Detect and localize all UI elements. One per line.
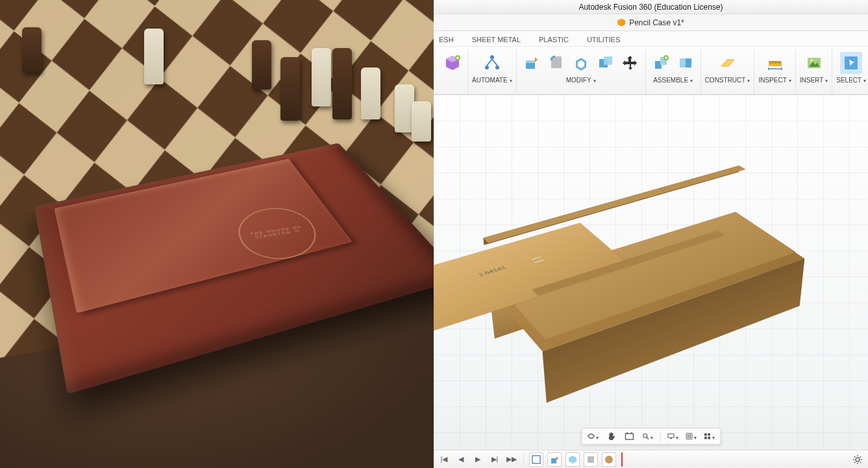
- viewports-icon: [703, 431, 711, 441]
- svg-marker-17: [721, 60, 734, 66]
- timeline-next-button[interactable]: ▶|: [488, 453, 501, 466]
- joint-button[interactable]: [650, 52, 672, 74]
- orbit-button[interactable]: [587, 430, 599, 442]
- display-settings-button[interactable]: [667, 430, 678, 442]
- timeline-play-button[interactable]: ▶: [471, 453, 484, 466]
- create-form-button[interactable]: [441, 52, 464, 74]
- timeline-feature-appearance[interactable]: [602, 452, 616, 467]
- svg-rect-26: [625, 434, 633, 439]
- measure-icon: [767, 55, 784, 71]
- ribbon-tab-mesh[interactable]: ESH: [439, 36, 454, 46]
- window-title: Autodesk Fusion 360 (Education License): [578, 3, 723, 12]
- toolgroup-automate-label[interactable]: AUTOMATE: [472, 77, 512, 84]
- timeline-feature[interactable]: [565, 452, 580, 467]
- caret-icon: [690, 77, 693, 84]
- plane-icon: [719, 55, 736, 71]
- feature-icon: [567, 454, 578, 465]
- timeline-feature-sketch[interactable]: [529, 452, 543, 467]
- timeline-end-button[interactable]: ▶▶: [505, 453, 518, 466]
- caret-icon: [595, 432, 599, 441]
- svg-rect-16: [686, 58, 691, 68]
- caret-icon: [747, 77, 750, 84]
- look-icon: [624, 431, 634, 441]
- image-icon: [806, 55, 823, 71]
- toolgroup-modify-label[interactable]: MODIFY: [566, 77, 596, 84]
- svg-point-27: [643, 434, 647, 437]
- toolgroup-automate: AUTOMATE: [468, 49, 517, 94]
- toolgroup-create-remnant: [438, 49, 468, 94]
- document-tab-strip[interactable]: Pencil Case v1*: [434, 14, 868, 31]
- timeline-feature-extrude[interactable]: [547, 452, 562, 467]
- toolgroup-construct-label[interactable]: CONSTRUCT: [705, 77, 750, 84]
- ribbon-tab-sheetmetal[interactable]: SHEET METAL: [472, 36, 521, 46]
- asbuilt-joint-icon: [677, 55, 694, 71]
- construct-plane-button[interactable]: [717, 52, 739, 74]
- joint-icon: [652, 55, 669, 71]
- fillet-button[interactable]: [545, 52, 567, 74]
- automate-button[interactable]: [481, 52, 503, 74]
- document-tab-label[interactable]: Pencil Case v1*: [629, 18, 684, 27]
- feature-icon: [586, 454, 596, 465]
- as-built-joint-button[interactable]: [675, 52, 697, 74]
- toolgroup-select-label[interactable]: SELECT: [836, 77, 866, 84]
- grid-icon: [685, 431, 693, 441]
- caret-icon: [510, 77, 512, 84]
- automate-label-text: AUTOMATE: [472, 77, 508, 84]
- model-canvas[interactable]: 1.64141: [434, 95, 868, 468]
- move-arrows-icon: [622, 55, 639, 71]
- ribbon-toolbar: AUTOMATE: [434, 47, 868, 95]
- model-rail[interactable]: [658, 166, 745, 193]
- measure-button[interactable]: [764, 52, 786, 74]
- svg-rect-34: [551, 458, 556, 463]
- assemble-label-text: ASSEMBLE: [653, 77, 688, 84]
- ribbon-tab-utilities[interactable]: UTILITIES: [587, 36, 620, 46]
- fusion-cube-icon: [617, 19, 625, 27]
- combine-button[interactable]: [595, 52, 617, 74]
- timeline-start-button[interactable]: |◀: [438, 453, 451, 466]
- combine-icon: [597, 55, 614, 71]
- svg-rect-30: [708, 434, 710, 436]
- select-label-text: SELECT: [836, 77, 862, 84]
- look-at-button[interactable]: [623, 430, 635, 442]
- inspect-label-text: INSPECT: [758, 77, 786, 84]
- shell-button[interactable]: [570, 52, 592, 74]
- grid-settings-button[interactable]: [685, 430, 697, 442]
- timeline-marker[interactable]: [621, 452, 623, 467]
- pan-button[interactable]: [605, 430, 617, 442]
- toolgroup-insert: INSERT: [796, 49, 833, 94]
- ribbon-tab-plastic[interactable]: PLASTIC: [539, 36, 569, 46]
- chess-piece: [144, 29, 164, 84]
- svg-point-3: [490, 55, 494, 59]
- viewports-button[interactable]: [703, 430, 715, 442]
- svg-rect-36: [588, 456, 594, 463]
- appearance-icon: [604, 454, 614, 465]
- model-3d[interactable]: 1.64141: [489, 213, 804, 351]
- svg-rect-31: [704, 437, 707, 439]
- caret-icon: [711, 432, 715, 441]
- move-button[interactable]: [619, 52, 641, 74]
- view-navbar: [581, 428, 721, 445]
- shell-icon: [573, 55, 589, 71]
- svg-rect-7: [526, 60, 535, 63]
- timeline-prev-button[interactable]: ◀: [454, 453, 467, 466]
- chess-piece: [252, 40, 271, 90]
- branch-icon: [483, 54, 501, 72]
- ribbon-tab-strip: ESH SHEET METAL PLASTIC UTILITIES: [434, 31, 868, 47]
- toolgroup-inspect-label[interactable]: INSPECT: [758, 77, 791, 84]
- select-button[interactable]: [840, 52, 862, 74]
- zoom-button[interactable]: [641, 430, 653, 442]
- svg-rect-11: [604, 56, 612, 65]
- chess-piece: [412, 101, 431, 142]
- timeline-bar: |◀ ◀ ▶ ▶| ▶▶: [434, 450, 868, 468]
- sketch-icon: [531, 454, 541, 465]
- caret-icon: [789, 77, 791, 84]
- press-pull-button[interactable]: [521, 52, 543, 74]
- toolgroup-construct: CONSTRUCT: [701, 49, 755, 94]
- toolgroup-assemble-label[interactable]: ASSEMBLE: [653, 77, 693, 84]
- cursor-icon: [843, 55, 860, 71]
- separator: [523, 454, 524, 465]
- timeline-feature[interactable]: [584, 452, 598, 467]
- insert-button[interactable]: [803, 52, 825, 74]
- timeline-settings-button[interactable]: [851, 453, 864, 466]
- toolgroup-insert-label[interactable]: INSERT: [800, 77, 828, 84]
